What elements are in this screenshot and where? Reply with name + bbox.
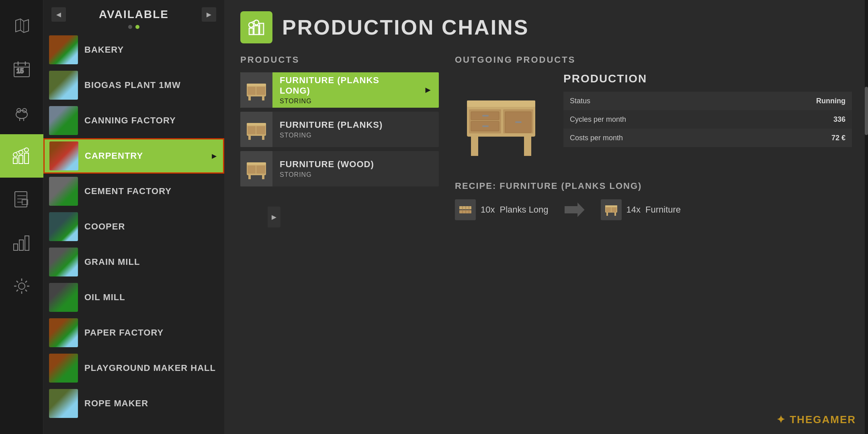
production-table: Status Running Cycles per month 336 Cost… [563,92,852,147]
svg-rect-23 [14,244,18,250]
map-icon [12,16,32,36]
building-item-biogas[interactable]: BIOGAS PLANT 1MW [43,68,224,103]
svg-rect-45 [248,96,251,100]
recipe-title: RECIPE: FURNITURE (PLANKS LONG) [455,181,852,191]
svg-rect-24 [19,240,23,250]
svg-rect-44 [256,87,265,95]
products-list: FURNITURE (PLANKS LONG) STORING ► FURNIT… [240,72,439,186]
svg-rect-68 [482,115,489,117]
svg-rect-10 [13,158,17,164]
svg-rect-56 [256,166,265,174]
svg-rect-71 [459,206,471,209]
svg-rect-42 [247,84,266,86]
building-item-bakery[interactable]: BAKERY [43,32,224,68]
recipe-output-amount: 14x [626,205,641,215]
building-preview [455,72,547,165]
building-name-cooper: COOPER [84,221,125,232]
buildings-panel-title: AVAILABLE [99,8,169,21]
panel-toggle-button[interactable]: ► [268,207,280,227]
outgoing-section: OUTGOING PRODUCTS [455,55,852,434]
building-name-canning: CANNING FACTORY [84,115,176,126]
product-status-furniture-planks: STORING [280,132,432,139]
products-section: PRODUCTS FURNITURE (PLANKS LONG) STORING… [240,55,439,434]
svg-rect-25 [25,236,29,250]
scrollbar-thumb [865,87,868,135]
svg-rect-51 [248,136,251,140]
product-item-furniture-planks[interactable]: FURNITURE (PLANKS) STORING [240,112,439,147]
building-thumb-carpentry [49,141,78,170]
page-dot-2 [135,25,139,29]
production-row: Cycles per month 336 [563,110,852,129]
sidebar-item-reports[interactable] [0,178,43,221]
main-header: PRODUCTION CHAINS [224,0,868,55]
building-name-biogas: BIOGAS PLANT 1MW [84,80,181,90]
building-item-oil[interactable]: OIL MILL [43,280,224,315]
page-title: PRODUCTION CHAINS [282,15,529,39]
sidebar-item-stats[interactable] [0,221,43,264]
production-row-value: 336 [743,110,852,129]
recipe-arrow-icon [565,203,585,217]
product-thumb-furniture-wood [240,151,272,186]
building-thumb-canning [49,106,78,135]
svg-rect-80 [606,213,608,216]
production-row-label: Cycles per month [563,110,743,129]
right-scrollbar[interactable] [865,0,868,434]
settings-icon [12,276,32,296]
product-info-furniture-planks: FURNITURE (PLANKS) STORING [272,120,439,139]
outgoing-top: PRODUCTION Status Running Cycles per mon… [455,72,852,165]
sidebar-item-calendar[interactable]: 15 [0,47,43,91]
product-item-furniture-planks-long[interactable]: FURNITURE (PLANKS LONG) STORING ► [240,72,439,108]
stats-icon [12,233,32,253]
building-item-carpentry[interactable]: CARPENTRY ► [43,138,224,174]
furniture-icon [601,199,622,220]
building-item-paper[interactable]: PAPER FACTORY [43,315,224,350]
recipe-row: 10x Planks Long [455,199,852,220]
outgoing-label: OUTGOING PRODUCTS [455,55,852,65]
sidebar-item-map[interactable] [0,4,43,47]
building-thumb-playground [49,354,78,383]
next-page-button[interactable]: ► [202,7,216,22]
sidebar-item-animals[interactable] [0,91,43,134]
factory-icon [246,17,267,38]
svg-rect-12 [25,153,29,164]
furniture-preview-icon [459,76,543,161]
production-row-value: 72 € [743,129,852,147]
building-name-oil: OIL MILL [84,292,125,303]
production-row: Costs per month 72 € [563,129,852,147]
product-item-furniture-wood[interactable]: FURNITURE (WOOD) STORING [240,151,439,186]
product-info-furniture-planks-long: FURNITURE (PLANKS LONG) STORING [272,75,417,105]
building-item-playground[interactable]: PLAYGROUND MAKER HALL [43,350,224,386]
reports-icon [12,189,32,209]
building-thumb-paper [49,318,78,347]
production-chains-icon [240,11,272,43]
svg-rect-58 [262,175,264,179]
production-row: Status Running [563,92,852,110]
svg-point-13 [13,153,17,157]
sidebar-item-settings[interactable] [0,264,43,308]
building-item-grain[interactable]: GRAIN MILL [43,244,224,280]
building-thumb-grain [49,248,78,276]
building-item-cement[interactable]: CEMENT FACTORY [43,174,224,209]
prev-page-button[interactable]: ◄ [51,7,66,22]
building-name-grain: GRAIN MILL [84,257,140,267]
page-dot-1 [128,25,132,29]
svg-rect-62 [524,136,531,156]
svg-line-16 [15,150,21,153]
svg-rect-49 [248,126,256,134]
buildings-list: BAKERY BIOGAS PLANT 1MW CANNING FACTORY … [43,32,224,434]
buildings-header: ◄ AVAILABLE ► [43,0,224,25]
building-item-rope[interactable]: ROPE MAKER [43,386,224,421]
calendar-icon: 15 [12,59,32,79]
building-name-bakery: BAKERY [84,45,124,55]
svg-rect-46 [262,96,264,100]
building-item-canning[interactable]: CANNING FACTORY [43,103,224,138]
production-info: PRODUCTION Status Running Cycles per mon… [563,72,852,165]
building-arrow: ► [210,151,218,161]
production-row-label: Status [563,92,743,110]
sidebar-item-production[interactable] [0,134,43,178]
recipe-output-name: Furniture [645,205,681,215]
svg-rect-69 [482,125,489,127]
svg-line-31 [16,281,18,283]
building-thumb-cooper [49,212,78,241]
building-item-cooper[interactable]: COOPER [43,209,224,244]
